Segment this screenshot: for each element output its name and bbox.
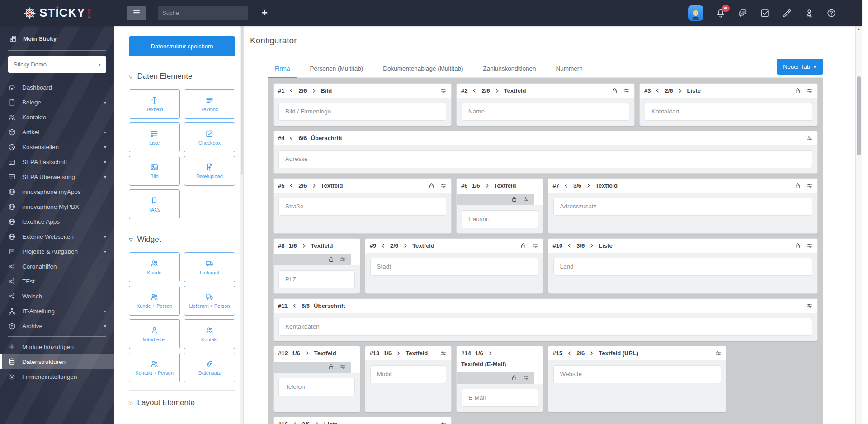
menu-toggle-button[interactable] (127, 6, 146, 20)
lock-icon[interactable] (511, 374, 518, 381)
sidebar-item-welsch[interactable]: Welsch ▾ (0, 289, 114, 304)
tab-personen-multitab[interactable]: Personen (Multitab) (303, 59, 370, 77)
chevron-right-icon[interactable] (484, 183, 490, 188)
card-field-input[interactable]: Hausnr. (462, 210, 538, 228)
card-field-input[interactable]: Kontakdaten (278, 318, 812, 336)
sidebar-item-test[interactable]: TEst ▾ (0, 274, 114, 289)
tool-button-kontakt-person[interactable]: Kontakt + Person (129, 353, 180, 382)
sidebar-item-sepa-ueberweisung[interactable]: SEPA Überweisung ▾ (0, 170, 114, 184)
sidebar-item-sepa-lastschrift[interactable]: SEPA Lastschrift ▾ (0, 155, 114, 170)
card-field-input[interactable]: Mobil (370, 365, 447, 383)
chevron-right-icon[interactable] (585, 183, 591, 188)
lock-icon[interactable] (794, 182, 801, 189)
notifications-bell-icon[interactable]: 9+ (716, 8, 726, 18)
sliders-icon[interactable] (523, 196, 529, 203)
tools-scrollbar-thumb[interactable] (241, 26, 243, 175)
chevron-left-icon[interactable] (566, 243, 572, 249)
sliders-icon[interactable] (440, 87, 447, 94)
add-tab-plus-icon[interactable]: + (262, 8, 268, 18)
section-daten-elemente[interactable]: ▽ Daten Elemente (129, 72, 235, 81)
sidebar-item-module-hinzufuegen[interactable]: Module hinzufügen ▾ (0, 339, 114, 354)
help-icon[interactable] (826, 8, 836, 18)
sidebar-item-firmeneinstellungen[interactable]: Firmeneinstellungen ▾ (0, 369, 114, 384)
scroll-up-arrow-icon[interactable]: ▲ (856, 27, 862, 31)
tool-button-tacs[interactable]: TACs (129, 189, 180, 219)
search-input[interactable] (158, 6, 248, 20)
sliders-icon[interactable] (523, 374, 529, 381)
chevron-right-icon[interactable] (589, 243, 594, 249)
card-field-input[interactable]: Adresse (278, 150, 812, 168)
tasks-icon[interactable] (760, 8, 770, 18)
sidebar-item-it-abteilung[interactable]: IT-Abteilung ▾ (0, 304, 114, 319)
sidebar-item-innovaphone-mypbx[interactable]: innovaphone MyPBX ▾ (0, 199, 114, 214)
lock-icon[interactable] (328, 363, 335, 370)
chevron-right-icon[interactable] (677, 88, 683, 94)
chevron-left-icon[interactable] (292, 421, 298, 424)
sliders-icon[interactable] (806, 302, 813, 309)
chevron-left-icon[interactable] (292, 303, 297, 309)
company-select[interactable]: Sticky Demo ▾ (8, 56, 106, 73)
card-field-input[interactable]: Name (462, 103, 629, 121)
sliders-icon[interactable] (806, 135, 813, 141)
tool-button-kontakt[interactable]: Kontakt (184, 319, 235, 349)
sliders-icon[interactable] (806, 182, 813, 189)
sidebar-item-coronahilfen[interactable]: Coronahilfen ▾ (0, 259, 114, 274)
chevron-left-icon[interactable] (288, 135, 294, 141)
card-field-input[interactable]: Bild / Firmenlogo (278, 103, 446, 121)
card-field-input[interactable]: Website (553, 365, 721, 383)
tool-button-dateiupload[interactable]: Dateiupload (184, 156, 235, 186)
chevron-right-icon[interactable] (304, 350, 310, 356)
chevron-right-icon[interactable] (311, 88, 317, 94)
sidebar-item-lexoffice-apps[interactable]: lexoffice Apps ▾ (0, 214, 114, 229)
chat-icon[interactable] (738, 8, 748, 18)
lock-icon[interactable] (520, 242, 527, 249)
sidebar-item-archive[interactable]: Archive ▾ (0, 319, 114, 334)
tool-button-lieferant[interactable]: Lieferant (184, 252, 235, 282)
chevron-right-icon[interactable] (487, 350, 493, 356)
sliders-icon[interactable] (440, 421, 447, 424)
tool-button-liste[interactable]: Liste (129, 122, 180, 152)
tab-nummern[interactable]: Nummern (549, 59, 590, 77)
sliders-icon[interactable] (532, 242, 538, 249)
sidebar-item-projekte-aufgaben[interactable]: Projekte & Aufgaben ▾ (0, 244, 114, 259)
lock-icon[interactable] (611, 87, 618, 94)
page-scrollbar-thumb[interactable] (857, 76, 861, 155)
tab-dokumentenablage-multitab[interactable]: Dokumentenablage (Multitab) (376, 59, 470, 77)
chevron-right-icon[interactable] (311, 183, 317, 188)
sidebar-item-kontakte[interactable]: Kontakte ▾ (0, 110, 114, 125)
card-field-input[interactable]: Land (553, 258, 813, 276)
chevron-left-icon[interactable] (472, 88, 477, 94)
tool-button-lieferant-person[interactable]: Lieferant + Person (184, 286, 235, 316)
chevron-right-icon[interactable] (396, 350, 401, 356)
tool-button-kunde[interactable]: Kunde (129, 252, 180, 282)
sliders-icon[interactable] (340, 256, 346, 263)
lock-icon[interactable] (794, 87, 801, 94)
sidebar-item-belege[interactable]: Belege ▾ (0, 95, 114, 110)
tool-button-checkbox[interactable]: Checkbox (184, 122, 235, 152)
sidebar-item-artikel[interactable]: Artikel ▾ (0, 125, 114, 140)
card-field-input[interactable]: Telefon (278, 378, 355, 396)
tool-button-mitarbeiter[interactable]: Mitarbeiter (129, 319, 180, 349)
sidebar-item-innovaphone-myapps[interactable]: innovaphone myApps ▾ (0, 184, 114, 199)
chevron-left-icon[interactable] (380, 243, 386, 249)
card-field-input[interactable]: Adresszusatz (553, 198, 813, 216)
chevron-right-icon[interactable] (589, 350, 594, 356)
page-scrollbar[interactable]: ▲ (855, 26, 862, 424)
tab-firma[interactable]: Firma (268, 59, 297, 77)
card-field-input[interactable]: PLZ (278, 270, 355, 288)
sliders-icon[interactable] (715, 350, 722, 357)
sliders-icon[interactable] (440, 350, 447, 357)
lock-icon[interactable] (794, 242, 801, 249)
chevron-left-icon[interactable] (566, 350, 572, 356)
tool-button-kunde-person[interactable]: Kunde + Person (129, 286, 180, 316)
sliders-icon[interactable] (806, 242, 813, 249)
section-widget[interactable]: ▽ Widget (129, 235, 235, 244)
chevron-left-icon[interactable] (288, 183, 294, 188)
section-layout-elemente[interactable]: ▷ Layout Elemente (129, 398, 235, 407)
tool-button-datensatz[interactable]: Datensatz (184, 353, 235, 382)
sliders-icon[interactable] (440, 182, 447, 189)
lock-icon[interactable] (428, 182, 435, 189)
chevron-left-icon[interactable] (563, 183, 569, 188)
new-tab-button[interactable]: Neuer Tab ▼ (777, 59, 823, 75)
chevron-right-icon[interactable] (314, 421, 320, 424)
